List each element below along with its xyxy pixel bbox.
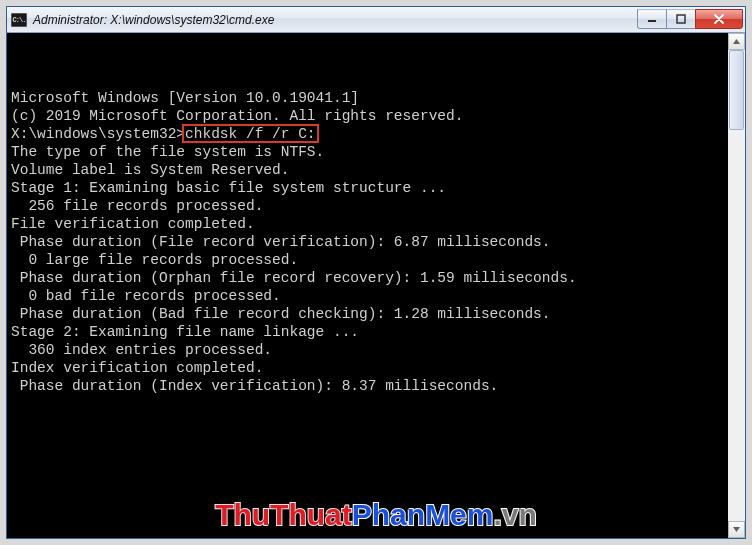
scroll-thumb[interactable]: [729, 50, 744, 130]
console-line: Index verification completed.: [11, 359, 724, 377]
prompt: X:\windows\system32>: [11, 126, 185, 142]
console-line: File verification completed.: [11, 215, 724, 233]
console-line: Phase duration (File record verification…: [11, 233, 724, 251]
console-line: Microsoft Windows [Version 10.0.19041.1]: [11, 89, 724, 107]
console-line: Volume label is System Reserved.: [11, 161, 724, 179]
maximize-button[interactable]: [666, 9, 696, 29]
command-prompt-window: C:\. Administrator: X:\windows\system32\…: [6, 6, 746, 539]
svg-rect-0: [648, 20, 656, 22]
close-button[interactable]: [695, 9, 743, 29]
console-line: Phase duration (Bad file record checking…: [11, 305, 724, 323]
console-output[interactable]: Microsoft Windows [Version 10.0.19041.1]…: [7, 33, 728, 538]
scroll-track[interactable]: [728, 50, 745, 521]
console-line: (c) 2019 Microsoft Corporation. All righ…: [11, 107, 724, 125]
console-line: Stage 1: Examining basic file system str…: [11, 179, 724, 197]
typed-command: chkdsk /f /r C:: [185, 126, 316, 142]
scroll-up-button[interactable]: [728, 33, 745, 50]
scroll-down-button[interactable]: [728, 521, 745, 538]
console-line: Phase duration (Orphan file record recov…: [11, 269, 724, 287]
console-line: X:\windows\system32>chkdsk /f /r C:: [11, 125, 724, 143]
window-controls: [638, 9, 743, 29]
titlebar[interactable]: C:\. Administrator: X:\windows\system32\…: [7, 7, 745, 33]
console-line: 256 file records processed.: [11, 197, 724, 215]
console-line: 360 index entries processed.: [11, 341, 724, 359]
svg-rect-1: [677, 15, 685, 23]
console-line: The type of the file system is NTFS.: [11, 143, 724, 161]
window-title: Administrator: X:\windows\system32\cmd.e…: [33, 13, 638, 27]
console-line: 0 bad file records processed.: [11, 287, 724, 305]
cmd-icon: C:\.: [11, 13, 27, 27]
client-area: Microsoft Windows [Version 10.0.19041.1]…: [7, 33, 745, 538]
console-line: 0 large file records processed.: [11, 251, 724, 269]
console-line: Stage 2: Examining file name linkage ...: [11, 323, 724, 341]
vertical-scrollbar[interactable]: [728, 33, 745, 538]
minimize-button[interactable]: [637, 9, 667, 29]
console-line: Phase duration (Index verification): 8.3…: [11, 377, 724, 395]
